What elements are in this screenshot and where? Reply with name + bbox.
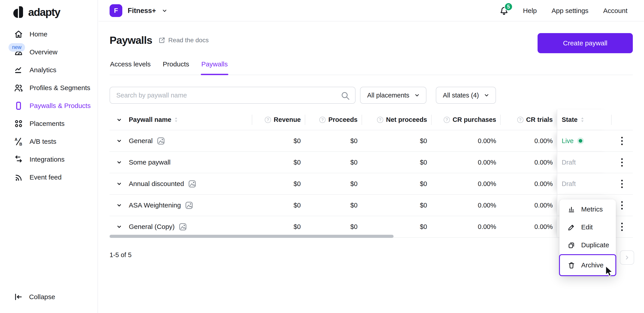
paywall-name: Annual discounted [129, 180, 184, 188]
help-circle-icon[interactable]: ? [377, 117, 383, 123]
menu-item-label: Edit [581, 223, 593, 231]
notifications-button[interactable]: 5 [499, 6, 509, 16]
menu-item-duplicate[interactable]: Duplicate [560, 236, 616, 254]
states-filter-dropdown[interactable]: All states (4) [436, 87, 496, 104]
chevron-down-icon [414, 92, 420, 98]
column-label: State [562, 116, 578, 124]
menu-item-edit[interactable]: Edit [560, 218, 616, 236]
header-paywall-name: Paywall name [110, 110, 252, 130]
help-circle-icon[interactable]: ? [517, 117, 524, 123]
header-state: State [557, 110, 611, 130]
duplicate-icon [568, 241, 575, 249]
cell-paywall-name: General (Copy) [110, 216, 252, 237]
adapty-logo[interactable]: adapty [12, 6, 60, 18]
row-menu-button[interactable] [619, 134, 625, 147]
cell-paywall-name: ASA Weightening [110, 195, 252, 216]
horizontal-scrollbar[interactable] [110, 235, 394, 238]
cell-revenue: $0 [252, 195, 305, 216]
expand-row-chevron-icon[interactable] [116, 138, 122, 144]
help-circle-icon[interactable]: ? [444, 117, 450, 123]
chevron-right-icon [624, 254, 630, 261]
app-settings-link[interactable]: App settings [552, 7, 588, 14]
expand-row-chevron-icon[interactable] [116, 223, 122, 230]
search-input[interactable] [116, 92, 338, 99]
table-row[interactable]: ASA Weightening $0 $0 $0 0.00% 0.00% [110, 195, 633, 216]
svg-text:B: B [20, 142, 22, 146]
tab-products[interactable]: Products [162, 60, 190, 75]
expand-row-chevron-icon[interactable] [116, 180, 122, 187]
status-badge: Draft [562, 159, 576, 166]
sidebar-item-placements[interactable]: Placements [0, 115, 98, 132]
sidebar: adapty Home new Overview Analytics Profi… [0, 0, 98, 313]
row-context-menu: Metrics Edit Duplicate Archive [560, 200, 616, 276]
sidebar-item-profiles-segments[interactable]: Profiles & Segments [0, 79, 98, 97]
search-icon [340, 91, 350, 100]
help-link[interactable]: Help [523, 7, 537, 14]
cell-paywall-name: Annual discounted [110, 173, 252, 194]
column-label: Paywall name [129, 116, 171, 124]
sidebar-item-home[interactable]: Home [0, 25, 98, 43]
row-menu-button[interactable] [619, 199, 625, 212]
create-paywall-button[interactable]: Create paywall [538, 33, 633, 53]
sidebar-collapse-button[interactable]: Collapse [14, 288, 55, 306]
people-icon [14, 83, 23, 92]
cell-actions [611, 152, 633, 173]
expand-row-chevron-icon[interactable] [116, 159, 122, 166]
help-circle-icon[interactable]: ? [319, 117, 326, 123]
pencil-icon [568, 223, 575, 231]
table-row[interactable]: General (Copy) $0 $0 $0 0.00% 0.00% [110, 216, 633, 238]
image-icon [188, 179, 197, 188]
table-row[interactable]: Some paywall $0 $0 $0 0.00% 0.00% Draft [110, 152, 633, 173]
paywalls-table: Paywall name ?Revenue ?Proceeds ?Net pro… [110, 110, 633, 238]
sidebar-item-label: Integrations [30, 156, 64, 163]
search-box [110, 87, 356, 104]
placements-filter-label: All placements [367, 92, 410, 99]
table-row[interactable]: General $0 $0 $0 0.00% 0.00% Live [110, 130, 633, 152]
cell-cr-purchases: 0.00% [431, 152, 500, 173]
menu-item-label: Archive [581, 261, 604, 269]
sidebar-item-analytics[interactable]: Analytics [0, 61, 98, 79]
sidebar-item-label: Analytics [30, 66, 56, 74]
cell-net-proceeds: $0 [362, 173, 431, 194]
tab-paywalls[interactable]: Paywalls [201, 60, 228, 75]
cell-revenue: $0 [252, 173, 305, 194]
sort-icon[interactable] [581, 117, 584, 122]
row-menu-button[interactable] [619, 178, 625, 190]
home-icon [14, 30, 23, 39]
header-revenue: ?Revenue [252, 110, 305, 130]
help-circle-icon[interactable]: ? [265, 117, 271, 123]
status-badge: Draft [562, 180, 576, 188]
sidebar-item-ab-tests[interactable]: AB A/B tests [0, 132, 98, 150]
cell-revenue: $0 [252, 130, 305, 151]
page-title: Paywalls [110, 34, 152, 46]
placements-filter-dropdown[interactable]: All placements [360, 87, 426, 104]
account-link[interactable]: Account [603, 7, 628, 14]
row-menu-button[interactable] [619, 220, 625, 233]
sidebar-item-paywalls-products[interactable]: Paywalls & Products [0, 97, 98, 115]
app-switcher[interactable]: F Fitness+ [110, 4, 168, 17]
main-content: Paywalls Read the docs Create paywall Ac… [98, 22, 644, 313]
row-menu-button[interactable] [619, 156, 625, 169]
image-icon [184, 201, 194, 210]
expand-all-chevron-icon[interactable] [116, 116, 122, 123]
next-page-button[interactable] [620, 250, 634, 265]
sidebar-item-label: Placements [30, 120, 64, 128]
app-window: adapty Home new Overview Analytics Profi… [0, 0, 644, 313]
menu-item-metrics[interactable]: Metrics [560, 200, 616, 218]
expand-row-chevron-icon[interactable] [116, 202, 122, 208]
sort-icon[interactable] [174, 117, 178, 122]
sidebar-nav: Home new Overview Analytics Profiles & S… [0, 25, 98, 186]
cell-paywall-name: General [110, 130, 252, 151]
tab-access-levels[interactable]: Access levels [110, 60, 151, 75]
sidebar-item-integrations[interactable]: Integrations [0, 150, 98, 168]
cell-revenue: $0 [252, 152, 305, 173]
integrations-icon [14, 155, 23, 164]
sidebar-item-overview[interactable]: new Overview [0, 43, 98, 61]
sidebar-item-event-feed[interactable]: Event feed [0, 168, 98, 186]
read-the-docs-link[interactable]: Read the docs [158, 36, 209, 44]
column-label: CR purchases [452, 116, 496, 124]
table-row[interactable]: Annual discounted $0 $0 $0 0.00% 0.00% D… [110, 173, 633, 195]
new-badge: new [8, 43, 25, 52]
chevron-down-icon [162, 8, 168, 14]
cell-revenue: $0 [252, 216, 305, 237]
